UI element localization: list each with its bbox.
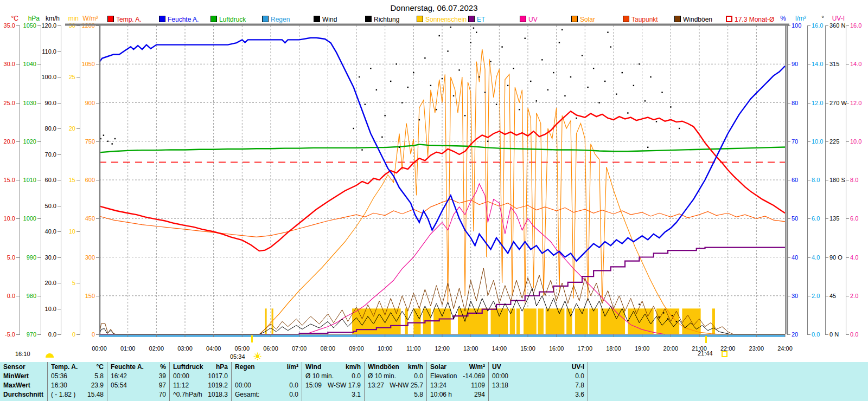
richtung-dot [644,100,646,101]
richtung-dot [464,115,465,116]
legend-item-windb-en: Windböen [674,16,712,23]
richtung-dot [473,28,474,29]
table-cell: 1017.0 [208,372,228,381]
richtung-dot [622,72,623,73]
x-axis-label: 06:00 [260,345,282,352]
x-axis-label: 00:00 [88,345,110,352]
sunshine-bar-top [510,308,515,309]
axis-label: 8.0 [812,177,820,183]
richtung-dot [501,46,502,47]
axis-label: 25 [69,74,75,80]
axis-tick [846,296,849,296]
axis-label: 20.0 [4,138,15,145]
table-cell: 16:42 [111,372,127,381]
axis-label: 25.0 [4,100,15,106]
table-cell: 0.0 [289,390,298,399]
axis-label: 90 [792,61,798,67]
richtung-dot [536,100,537,101]
legend-swatch [262,16,269,22]
axis-tick [76,180,80,180]
axis-tick [846,218,849,219]
sunshine-bar-top [491,308,508,309]
x-axis-label: 04:00 [203,345,225,352]
sunset-time-label: 21:44 [698,350,713,357]
richtung-dot [442,78,443,79]
axis-label: 16.0 [850,22,861,29]
richtung-dot [627,112,628,113]
sunshine-bar [413,309,420,335]
axis-label: 180 S [829,177,845,183]
axis-label: 1030 [23,100,36,106]
axis-tick [96,334,99,335]
richtung-dot [553,72,554,73]
axis-tick [76,283,80,283]
table-cell: 13:24 [430,381,446,390]
axis-tick [37,180,41,180]
axis-line [61,25,61,335]
table-cell: Windböen [368,363,399,372]
axis-tick [807,180,810,180]
richtung-dot [639,303,640,305]
richtung-dot [616,93,617,94]
sunshine-bar-top [458,308,488,309]
axis-label: 2.0 [812,293,820,299]
sunshine-bar-top [265,308,266,309]
x-axis-label: 18:00 [603,345,624,352]
axis-label: 30 [792,293,798,299]
sunrise-tick [251,335,253,342]
table-cell: Gesamt: [235,390,259,399]
axis-tick [787,334,790,335]
axis-tick [807,103,810,104]
x-axis-label: 10:00 [374,345,396,352]
axis-label: 360 N [829,22,845,29]
axis-tick [58,257,61,258]
richtung-dot [610,46,611,47]
axis-label: 50.0 [45,203,56,209]
sunshine-bar-top [272,308,273,309]
axis-label: 2.0 [850,293,858,299]
table-col-luftdruck: LuftdruckhPa00:001017.011:121019.2^0.7hP… [170,362,232,401]
richtung-dot [667,318,668,319]
table-col-regen: Regenl/m²00:000.0Gesamt:0.0 [232,362,302,401]
axis-tick [807,218,810,219]
table-cell: km/h [346,363,361,372]
axis-label: 80 [792,100,798,106]
richtung-dot [484,92,486,93]
richtung-dot [598,102,599,103]
richtung-dot [107,141,108,142]
richtung-dot [513,68,514,69]
axis-label: 1050 [23,22,36,29]
richtung-dot [530,81,531,82]
table-cell: 13:18 [492,381,508,390]
table-cell: hPa [216,363,228,372]
sunshine-bar-top [712,308,715,309]
richtung-dot [663,312,664,313]
richtung-dot [656,121,657,122]
table-cell: Temp. A. [51,363,78,372]
axis-tick [825,218,828,219]
x-axis-label: 01:00 [117,345,139,352]
series-temp-a- [99,111,785,251]
axis-label: 970 [27,331,36,338]
richtung-dot [384,115,385,116]
richtung-dot [478,76,480,77]
sunset-tick [705,336,707,343]
richtung-dot [576,118,577,119]
legend-label: 17.3 Monat-Ø [735,16,774,23]
axis-label: 10.0 [45,306,56,312]
sunshine-bar-top [628,308,653,309]
axis-label: 300 [85,254,95,261]
legend-item-wind: Wind [314,16,337,23]
axis-label: 50 [792,215,798,222]
axis-label: 0.0 [812,331,820,338]
axis-tick [37,218,41,219]
sunshine-bar-top [433,308,451,309]
sun-icon [253,352,261,360]
axis-tick [16,103,20,104]
sunshine-bar [601,309,625,335]
axis-tick [58,154,61,155]
table-cell: 23.9 [91,381,104,390]
table-cell: MaxWert [3,381,30,390]
axis-tick [37,257,41,258]
richtung-dot [679,128,680,129]
